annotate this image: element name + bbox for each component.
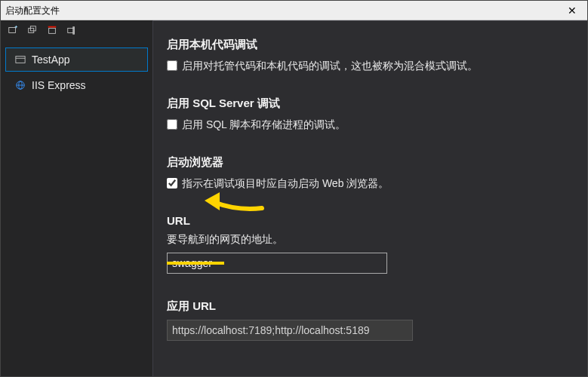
window-title: 启动配置文件 [5, 1, 60, 20]
section-heading: 应用 URL [167, 299, 572, 314]
annotation-arrow-icon [200, 188, 268, 216]
svg-rect-6 [16, 57, 25, 63]
titlebar: 启动配置文件 ✕ [1, 1, 587, 20]
profile-label: IIS Express [32, 79, 86, 91]
app-url-value[interactable]: https://localhost:7189;http://localhost:… [167, 320, 413, 341]
section-heading: 启用 SQL Server 调试 [167, 97, 572, 111]
section-sql-debug: 启用 SQL Server 调试 启用 SQL 脚本和存储进程的调试。 [167, 97, 572, 133]
launch-browser-label: 指示在调试项目时应自动启动 Web 浏览器。 [182, 176, 389, 192]
window-icon [15, 54, 26, 65]
content-panel: 启用本机代码调试 启用对托管代码和本机代码的调试，这也被称为混合模式调试。 启用… [153, 20, 587, 376]
section-heading: 启动浏览器 [167, 155, 572, 170]
native-debug-row[interactable]: 启用对托管代码和本机代码的调试，这也被称为混合模式调试。 [167, 58, 572, 74]
native-debug-label: 启用对托管代码和本机代码的调试，这也被称为混合模式调试。 [182, 58, 478, 74]
section-heading: 启用本机代码调试 [167, 38, 572, 52]
sidebar: TestApp IIS Express [1, 20, 153, 376]
section-launch-browser: 启动浏览器 指示在调试项目时应自动启动 Web 浏览器。 [167, 155, 572, 192]
url-input[interactable] [167, 253, 387, 274]
new-profile-icon[interactable] [7, 24, 19, 36]
dialog-body: TestApp IIS Express 启用本机代码调试 启用对托管代码和本机代… [1, 20, 587, 376]
url-desc: 要导航到的网页的地址。 [167, 233, 572, 247]
sidebar-toolbar [1, 20, 152, 40]
svg-rect-3 [49, 28, 56, 33]
profile-label: TestApp [32, 54, 70, 66]
launch-browser-checkbox[interactable] [167, 178, 177, 188]
duplicate-profile-icon[interactable] [26, 24, 38, 36]
svg-rect-0 [9, 28, 16, 33]
profile-item-testapp[interactable]: TestApp [5, 48, 148, 72]
sql-debug-checkbox[interactable] [167, 119, 177, 130]
section-native-debug: 启用本机代码调试 启用对托管代码和本机代码的调试，这也被称为混合模式调试。 [167, 38, 572, 74]
profile-item-iisexpress[interactable]: IIS Express [5, 73, 148, 97]
section-url: URL 要导航到的网页的地址。 [167, 214, 572, 274]
globe-icon [15, 80, 26, 90]
section-heading: URL [167, 214, 572, 227]
section-app-url: 应用 URL https://localhost:7189;http://loc… [167, 299, 572, 341]
profile-list: TestApp IIS Express [1, 40, 152, 99]
sql-debug-label: 启用 SQL 脚本和存储进程的调试。 [182, 117, 346, 133]
svg-marker-11 [205, 192, 220, 210]
launch-profiles-dialog: 启动配置文件 ✕ [0, 0, 588, 377]
native-debug-checkbox[interactable] [167, 60, 177, 71]
rename-profile-icon[interactable] [66, 24, 78, 36]
sql-debug-row[interactable]: 启用 SQL 脚本和存储进程的调试。 [167, 117, 572, 133]
launch-browser-row[interactable]: 指示在调试项目时应自动启动 Web 浏览器。 [167, 176, 572, 192]
close-icon[interactable]: ✕ [557, 1, 587, 20]
delete-profile-icon[interactable] [46, 24, 58, 36]
